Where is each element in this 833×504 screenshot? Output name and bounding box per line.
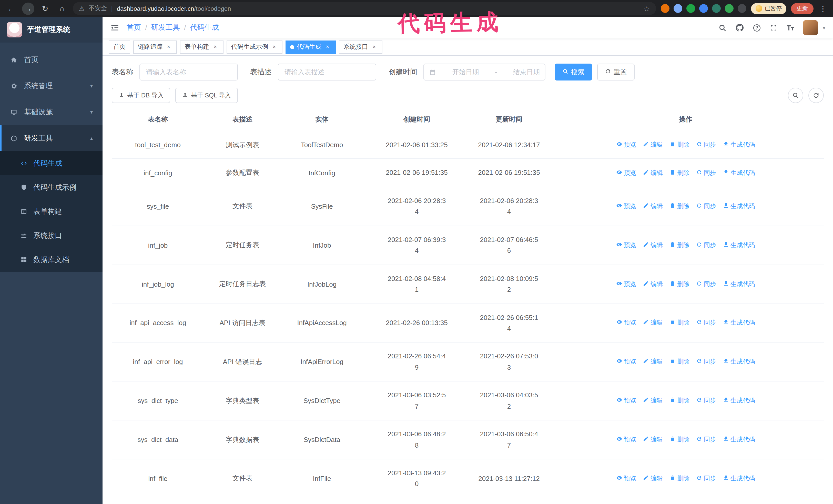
update-button[interactable]: 更新 [791,3,813,14]
github-icon[interactable] [735,23,744,32]
edit-link[interactable]: 编辑 [643,396,663,405]
generate-code-link[interactable]: 生成代码 [723,474,755,483]
preview-link[interactable]: 预览 [616,202,636,211]
sync-link[interactable]: 同步 [696,474,716,483]
fontsize-icon[interactable] [786,23,795,32]
delete-link[interactable]: 删除 [669,319,689,327]
extension-icon[interactable] [673,4,682,13]
breadcrumb-item[interactable]: 首页 [127,23,141,32]
import-sql-button[interactable]: 基于 SQL 导入 [175,88,238,103]
reload-icon[interactable]: ↻ [39,2,51,15]
sync-link[interactable]: 同步 [696,358,716,366]
generate-code-link[interactable]: 生成代码 [723,168,755,177]
preview-link[interactable]: 预览 [616,474,636,483]
refresh-table-button[interactable] [808,88,824,103]
close-icon[interactable]: × [324,43,331,50]
generate-code-link[interactable]: 生成代码 [723,319,755,327]
paused-badge[interactable]: 已暂停 [751,3,786,14]
sidebar-item-system[interactable]: 系统管理 ▾ [0,73,102,99]
close-icon[interactable]: × [371,43,378,50]
user-avatar[interactable] [803,20,818,35]
close-icon[interactable]: × [271,43,278,50]
extension-icon[interactable] [661,4,669,13]
tab-home[interactable]: 首页 [109,40,130,54]
tab-api[interactable]: 系统接口 × [339,40,382,54]
generate-code-link[interactable]: 生成代码 [723,396,755,405]
extension-icon[interactable] [725,4,734,13]
sync-link[interactable]: 同步 [696,141,716,149]
tab-form-build[interactable]: 表单构建 × [180,40,223,54]
delete-link[interactable]: 删除 [669,241,689,249]
sync-link[interactable]: 同步 [696,168,716,177]
preview-link[interactable]: 预览 [616,241,636,249]
edit-link[interactable]: 编辑 [643,168,663,177]
generate-code-link[interactable]: 生成代码 [723,241,755,249]
extension-icon[interactable] [738,4,746,13]
generate-code-link[interactable]: 生成代码 [723,358,755,366]
bookmark-star-icon[interactable]: ☆ [644,4,650,13]
search-button[interactable]: 搜索 [555,64,592,80]
delete-link[interactable]: 删除 [669,141,689,149]
sidebar-item-home[interactable]: 首页 [0,47,102,73]
extension-icon[interactable] [712,4,721,13]
forward-icon[interactable]: → [22,2,34,15]
delete-link[interactable]: 删除 [669,358,689,366]
generate-code-link[interactable]: 生成代码 [723,202,755,211]
extension-icon[interactable] [699,4,708,13]
import-db-button[interactable]: 基于 DB 导入 [112,88,170,103]
sidebar-subitem-api[interactable]: 系统接口 [0,223,102,248]
generate-code-link[interactable]: 生成代码 [723,280,755,288]
sync-link[interactable]: 同步 [696,396,716,405]
extension-icon[interactable] [686,4,695,13]
address-bar[interactable]: ⚠ 不安全 | dashboard.yudao.iocoder.cn/tool/… [73,2,656,15]
sync-link[interactable]: 同步 [696,280,716,288]
delete-link[interactable]: 删除 [669,168,689,177]
app-logo[interactable]: 芋道管理系统 [0,17,102,43]
breadcrumb-item[interactable]: 代码生成 [190,23,219,32]
sidebar-subitem-codegen-demo[interactable]: 代码生成示例 [0,175,102,199]
edit-link[interactable]: 编辑 [643,358,663,366]
browser-home-icon[interactable]: ⌂ [56,2,68,15]
tab-tracer[interactable]: 链路追踪 × [133,40,177,54]
help-icon[interactable] [753,23,761,32]
preview-link[interactable]: 预览 [616,435,636,444]
sidebar-subitem-codegen[interactable]: 代码生成 [0,151,102,175]
back-icon[interactable]: ← [5,2,18,15]
edit-link[interactable]: 编辑 [643,241,663,249]
table-name-input[interactable] [139,64,238,80]
delete-link[interactable]: 删除 [669,396,689,405]
preview-link[interactable]: 预览 [616,168,636,177]
sidebar-subitem-form-build[interactable]: 表单构建 [0,199,102,223]
sidebar-item-infra[interactable]: 基础设施 ▾ [0,99,102,125]
tab-codegen-demo[interactable]: 代码生成示例 × [227,40,282,54]
tab-codegen[interactable]: 代码生成 × [286,40,336,54]
toggle-search-button[interactable] [788,88,803,103]
delete-link[interactable]: 删除 [669,435,689,444]
kebab-menu-icon[interactable]: ⋮ [818,4,828,13]
edit-link[interactable]: 编辑 [643,474,663,483]
delete-link[interactable]: 删除 [669,202,689,211]
edit-link[interactable]: 编辑 [643,319,663,327]
create-time-range-picker[interactable]: 开始日期 - 结束日期 [423,64,545,80]
sync-link[interactable]: 同步 [696,319,716,327]
sync-link[interactable]: 同步 [696,202,716,211]
generate-code-link[interactable]: 生成代码 [723,435,755,444]
edit-link[interactable]: 编辑 [643,280,663,288]
chevron-down-icon[interactable]: ▾ [823,25,825,30]
sidebar-item-dev-tools[interactable]: 研发工具 ▴ [0,125,102,151]
close-icon[interactable]: × [165,43,172,50]
edit-link[interactable]: 编辑 [643,435,663,444]
delete-link[interactable]: 删除 [669,280,689,288]
fullscreen-icon[interactable] [769,24,778,32]
preview-link[interactable]: 预览 [616,358,636,366]
sync-link[interactable]: 同步 [696,241,716,249]
preview-link[interactable]: 预览 [616,141,636,149]
delete-link[interactable]: 删除 [669,474,689,483]
reset-button[interactable]: 重置 [597,64,635,80]
sync-link[interactable]: 同步 [696,435,716,444]
close-icon[interactable]: × [212,43,219,50]
breadcrumb-item[interactable]: 研发工具 [151,23,180,32]
sidebar-subitem-db-doc[interactable]: 数据库文档 [0,248,102,272]
sidebar-toggle-icon[interactable] [110,23,119,32]
preview-link[interactable]: 预览 [616,396,636,405]
